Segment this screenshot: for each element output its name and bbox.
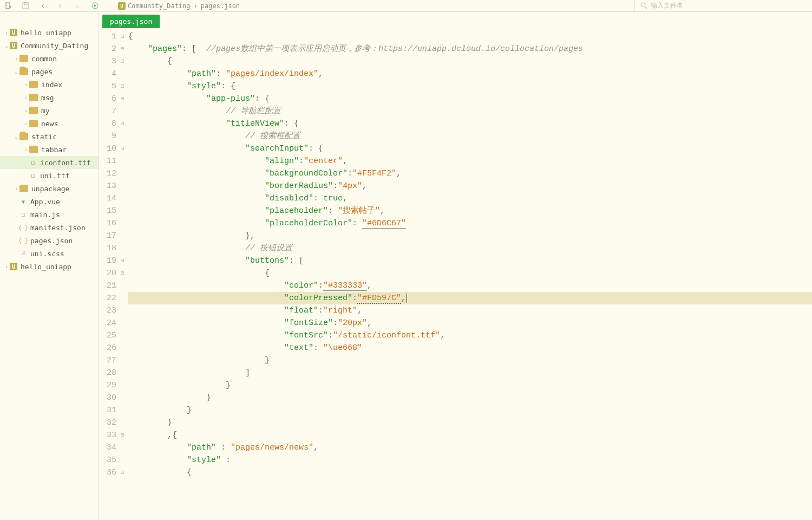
js-icon: 🗋	[19, 211, 27, 218]
tree-item[interactable]: 🗋uni.ttf	[0, 169, 99, 182]
tree-item[interactable]: ›Uhello_uniapp	[0, 260, 99, 273]
code-line[interactable]: "fontSrc":"/static/iconfont.ttf",	[128, 329, 812, 342]
code-line[interactable]: "buttons": [	[128, 255, 812, 267]
tree-item[interactable]: { }manifest.json	[0, 221, 99, 234]
code-line[interactable]: "text": "\ue668"	[128, 342, 812, 354]
new-file-icon[interactable]	[4, 2, 12, 10]
svg-rect-3	[23, 3, 29, 9]
twisty-icon: ⌄	[3, 43, 10, 49]
tree-item[interactable]: ›Uhello uniapp	[0, 26, 99, 39]
forward-icon[interactable]: ›	[56, 2, 64, 10]
code-line[interactable]: "align":"center",	[128, 155, 812, 167]
folder-icon	[29, 107, 38, 114]
tree-label: main.js	[30, 211, 60, 219]
code-line[interactable]: "titleNView": {	[128, 118, 812, 130]
tree-item[interactable]: ›my	[0, 104, 99, 117]
twisty-icon: ⌄	[13, 69, 19, 75]
tree-label: iconfont.ttf	[40, 159, 91, 167]
breadcrumb: UCommunity_Dating › pages.json	[118, 2, 240, 10]
code-line[interactable]: "style" :	[128, 454, 812, 466]
twisty-icon: ›	[23, 147, 29, 153]
code-line[interactable]: "style": {	[128, 80, 812, 93]
fold-gutter: ⊟⊟⊟⊟⊟⊟⊟⊟⊟⊟⊟	[119, 28, 126, 520]
line-gutter: 1234567891011121314151617181920212223242…	[99, 28, 119, 520]
code-line[interactable]: },	[128, 230, 812, 242]
tree-label: uni.scss	[30, 250, 64, 258]
code-line[interactable]: "pages": [ //pages数组中第一项表示应用启动页，参考：https…	[128, 43, 812, 55]
twisty-icon: ›	[13, 56, 19, 62]
tree-item[interactable]: ›news	[0, 117, 99, 130]
tree-item[interactable]: ⌄UCommunity_Dating	[0, 39, 99, 52]
code-line[interactable]: "disabled": true,	[128, 192, 812, 205]
tree-item[interactable]: ›tabbar	[0, 143, 99, 156]
tree-label: common	[31, 55, 57, 63]
code-line[interactable]: "backgroundColor":"#F5F4F2",	[128, 167, 812, 180]
folder-icon	[29, 81, 38, 88]
code-line[interactable]: "float":"right",	[128, 304, 812, 317]
file-explorer[interactable]: ›Uhello uniapp⌄UCommunity_Dating›common⌄…	[0, 12, 99, 520]
star-icon[interactable]: ☆	[74, 2, 81, 10]
code-line[interactable]: {	[128, 55, 812, 68]
code-line[interactable]: ,{	[128, 429, 812, 441]
code-line[interactable]: }	[128, 392, 812, 404]
file-icon: 🗋	[29, 159, 37, 166]
breadcrumb-file[interactable]: pages.json	[201, 2, 240, 10]
tree-item[interactable]: ›index	[0, 78, 99, 91]
code-line[interactable]: // 按钮设置	[128, 242, 812, 255]
code-line[interactable]: {	[128, 267, 812, 280]
text-cursor	[407, 294, 407, 303]
code-line[interactable]: "app-plus": {	[128, 93, 812, 105]
code-line[interactable]: }	[128, 379, 812, 392]
code-line[interactable]: }	[128, 354, 812, 367]
tree-item[interactable]: 🗋iconfont.ttf	[0, 156, 99, 169]
code-line[interactable]: {	[128, 466, 812, 479]
breadcrumb-project[interactable]: UCommunity_Dating	[118, 2, 191, 10]
tree-item[interactable]: 𝓢uni.scss	[0, 247, 99, 260]
code-line[interactable]: "borderRadius":"4px",	[128, 180, 812, 192]
code-line[interactable]: "fontSize":"20px",	[128, 317, 812, 329]
code-editor[interactable]: 1234567891011121314151617181920212223242…	[99, 28, 812, 520]
code-line[interactable]: // 搜索框配置	[128, 130, 812, 142]
code-line[interactable]: "colorPressed":"#FD597C",	[128, 292, 812, 304]
file-icon: 🗋	[29, 172, 37, 179]
save-icon[interactable]	[22, 2, 29, 10]
tree-label: pages.json	[30, 237, 73, 245]
editor-area: pages.json 12345678910111213141516171819…	[99, 12, 812, 520]
tree-item[interactable]: ›msg	[0, 91, 99, 104]
svg-rect-4	[24, 3, 27, 5]
twisty-icon: ›	[3, 30, 10, 36]
code-line[interactable]: ]	[128, 367, 812, 379]
code-line[interactable]: "path": "pages/index/index",	[128, 68, 812, 80]
file-search[interactable]: 输入文件名	[634, 0, 808, 11]
tree-item[interactable]: ›common	[0, 52, 99, 65]
code-content[interactable]: { "pages": [ //pages数组中第一项表示应用启动页，参考：htt…	[126, 28, 812, 520]
tree-label: Community_Dating	[21, 42, 88, 50]
tree-item[interactable]: ⌄pages	[0, 65, 99, 78]
code-line[interactable]: "placeholderColor": "#6D6C67"	[128, 217, 812, 230]
code-line[interactable]: // 导航栏配置	[128, 105, 812, 118]
tree-label: unpackage	[31, 185, 69, 193]
tree-label: uni.ttf	[40, 172, 70, 180]
tree-item[interactable]: 🗋main.js	[0, 208, 99, 221]
tree-item[interactable]: ▼App.vue	[0, 195, 99, 208]
back-icon[interactable]: ‹	[39, 2, 47, 10]
tree-label: hello_uniapp	[21, 263, 71, 271]
tree-item[interactable]: ›unpackage	[0, 182, 99, 195]
search-placeholder: 输入文件名	[651, 1, 683, 10]
tree-label: my	[41, 107, 50, 115]
code-line[interactable]: }	[128, 417, 812, 429]
code-line[interactable]: "searchInput": {	[128, 142, 812, 155]
code-line[interactable]: "placeholder": "搜索帖子",	[128, 205, 812, 217]
code-line[interactable]: "color":"#333333",	[128, 280, 812, 292]
tab-active[interactable]: pages.json	[102, 15, 160, 28]
code-line[interactable]: }	[128, 404, 812, 417]
code-line[interactable]: {	[128, 30, 812, 43]
tree-label: App.vue	[30, 198, 60, 206]
twisty-icon: ›	[23, 82, 29, 88]
run-icon[interactable]	[91, 2, 99, 10]
code-line[interactable]: "path" : "pages/news/news",	[128, 441, 812, 454]
tree-item[interactable]: { }pages.json	[0, 234, 99, 247]
tree-item[interactable]: ⌄static	[0, 130, 99, 143]
chevron-right-icon: ›	[194, 2, 198, 10]
tree-label: news	[41, 120, 58, 128]
